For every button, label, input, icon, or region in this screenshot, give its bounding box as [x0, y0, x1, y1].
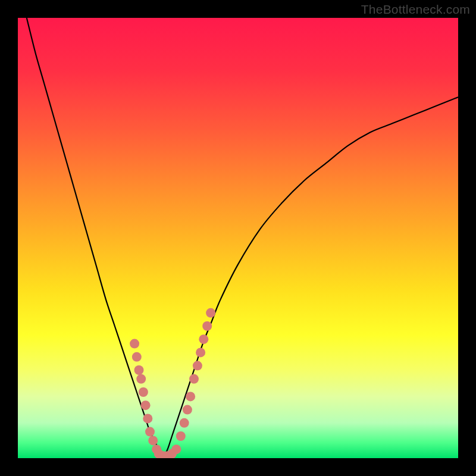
- watermark-text: TheBottleneck.com: [361, 2, 470, 17]
- data-dot: [171, 444, 181, 454]
- data-dot: [130, 339, 139, 349]
- data-dot: [206, 308, 215, 318]
- data-dot: [196, 347, 205, 357]
- data-dot: [136, 374, 146, 384]
- data-dot: [183, 405, 192, 415]
- data-dot: [143, 414, 152, 423]
- data-dot: [176, 431, 186, 441]
- data-dot: [193, 361, 202, 371]
- data-dot: [139, 387, 148, 397]
- data-dot: [202, 321, 212, 331]
- data-dot: [134, 365, 144, 375]
- data-dot: [189, 374, 199, 384]
- data-dot: [199, 334, 208, 344]
- plot-area: [18, 18, 458, 458]
- data-dot: [180, 418, 189, 428]
- data-dot: [148, 436, 158, 445]
- data-dot: [141, 400, 151, 410]
- chart-stage: TheBottleneck.com: [0, 0, 476, 476]
- right-curve: [163, 97, 458, 458]
- data-dot: [186, 392, 195, 401]
- curves-layer: [18, 18, 458, 458]
- data-dot: [145, 427, 155, 437]
- data-dot: [132, 352, 142, 362]
